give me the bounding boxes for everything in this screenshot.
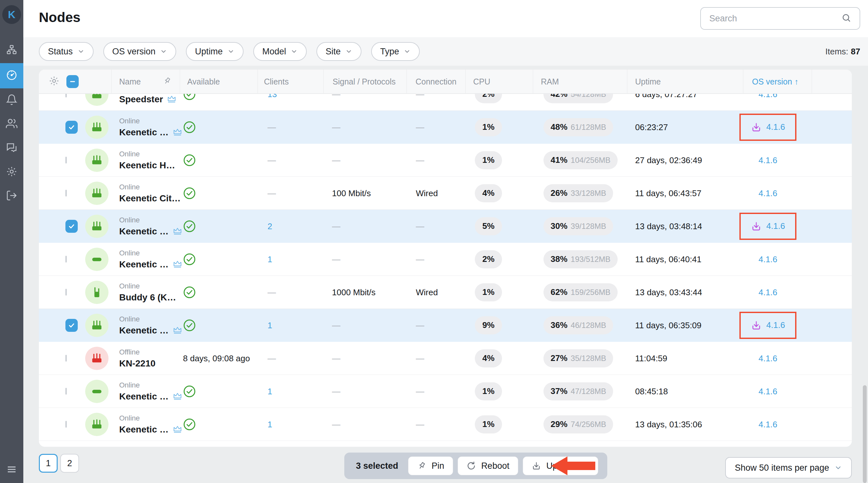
table-row[interactable]: Online Keenetic Cit… — 100 Mbit/s Wired … bbox=[39, 177, 852, 210]
table-row[interactable]: Online Keenetic … — — — 1% 48%61/128MB 0… bbox=[39, 111, 852, 144]
filter-status[interactable]: Status bbox=[39, 42, 94, 61]
table-row[interactable]: Online Keenetic … 1 — — 9% 36%46/128MB 1… bbox=[39, 309, 852, 342]
page-size-select[interactable]: Show 50 items per page bbox=[725, 457, 852, 479]
sidebar-item-settings[interactable] bbox=[0, 160, 23, 185]
node-name: Speedster bbox=[119, 94, 163, 104]
filter-uptime[interactable]: Uptime bbox=[186, 42, 244, 61]
app-logo[interactable]: K bbox=[2, 5, 21, 24]
sidebar-item-users[interactable] bbox=[0, 112, 23, 137]
sidebar-item-dashboard[interactable] bbox=[0, 63, 23, 88]
sidebar-menu-toggle[interactable] bbox=[0, 457, 23, 483]
row-checkbox[interactable] bbox=[65, 157, 67, 163]
cpu-badge: 9% bbox=[475, 316, 502, 334]
os-version-link[interactable]: 4.1.6 bbox=[758, 353, 777, 363]
clients-link[interactable]: 13 bbox=[268, 94, 277, 99]
filter-label: Site bbox=[326, 46, 341, 57]
row-checkbox[interactable] bbox=[65, 220, 78, 233]
available-cell bbox=[183, 121, 196, 134]
filter-os-version[interactable]: OS version bbox=[103, 42, 177, 61]
os-version-link[interactable]: 4.1.6 bbox=[758, 419, 777, 429]
table-row[interactable]: Online Keenetic … 2 — — 5% 30%39/128MB 1… bbox=[39, 210, 852, 243]
os-version-cell: 4.1.6 bbox=[739, 94, 797, 99]
sidebar-item-logout[interactable] bbox=[0, 184, 23, 209]
column-header-clients[interactable]: Clients bbox=[264, 77, 288, 86]
os-version-cell: 4.1.6 bbox=[739, 114, 797, 141]
column-header-uptime[interactable]: Uptime bbox=[635, 77, 661, 86]
node-status: Online bbox=[119, 216, 182, 224]
node-name-cell: Offline KN-2210 bbox=[119, 348, 155, 369]
pin-button[interactable]: Pin bbox=[408, 456, 453, 475]
last-seen-text: 8 days, 09:08 ago bbox=[183, 353, 250, 363]
clients-link[interactable]: 1 bbox=[268, 254, 272, 264]
os-version-link[interactable]: 4.1.6 bbox=[766, 320, 785, 330]
os-version-link[interactable]: 4.1.6 bbox=[766, 221, 785, 231]
pin-column-icon[interactable] bbox=[163, 76, 172, 87]
search-icon[interactable] bbox=[841, 13, 851, 24]
chevron-down-icon bbox=[290, 48, 298, 55]
select-all-checkbox[interactable] bbox=[66, 75, 79, 88]
table-rows: Online Speedster 13 — — 2% 42%54/128MB 6… bbox=[39, 94, 852, 441]
row-checkbox[interactable] bbox=[65, 355, 67, 362]
clients-link[interactable]: 1 bbox=[268, 386, 272, 396]
table-settings-gear-icon[interactable] bbox=[49, 75, 60, 88]
table-row[interactable]: Online Buddy 6 (K… — 1000 Mbit/s Wired 1… bbox=[39, 276, 852, 309]
ram-cell: 42%54/128MB bbox=[544, 94, 613, 103]
row-checkbox[interactable] bbox=[65, 421, 67, 428]
filter-label: Model bbox=[262, 46, 286, 57]
cpu-cell: 2% bbox=[475, 94, 502, 103]
column-header-connection[interactable]: Connection bbox=[415, 77, 456, 86]
reboot-button[interactable]: Reboot bbox=[458, 456, 518, 475]
table-row[interactable]: Online Keenetic H… — — — 1% 41%104/256MB… bbox=[39, 144, 852, 177]
sidebar-item-notifications[interactable] bbox=[0, 88, 23, 113]
clients-link[interactable]: 1 bbox=[268, 320, 272, 330]
row-checkbox[interactable] bbox=[65, 256, 67, 262]
search-input[interactable] bbox=[709, 13, 841, 24]
table-row[interactable]: Offline KN-2210 8 days, 09:08 ago — — — … bbox=[39, 342, 852, 375]
os-version-link[interactable]: 4.1.6 bbox=[766, 122, 785, 132]
page-button-2[interactable]: 2 bbox=[60, 454, 79, 473]
vertical-scrollbar[interactable] bbox=[863, 385, 867, 483]
os-version-link[interactable]: 4.1.6 bbox=[758, 94, 777, 99]
cpu-badge: 1% bbox=[475, 382, 502, 400]
column-header-os-version[interactable]: OS version ↑ bbox=[752, 77, 798, 86]
sidebar-item-messages[interactable] bbox=[0, 136, 23, 161]
os-version-link[interactable]: 4.1.6 bbox=[758, 254, 777, 264]
column-header-cpu[interactable]: CPU bbox=[473, 77, 490, 86]
column-header-name[interactable]: Name bbox=[119, 77, 141, 86]
column-header-ram[interactable]: RAM bbox=[541, 77, 559, 86]
os-version-link[interactable]: 4.1.6 bbox=[758, 155, 777, 165]
node-name: Keenetic … bbox=[119, 127, 169, 137]
column-header-signal[interactable]: Signal / Protocols bbox=[333, 77, 396, 86]
page-button-1[interactable]: 1 bbox=[39, 454, 58, 473]
crown-icon bbox=[173, 425, 182, 434]
clients-link[interactable]: 2 bbox=[268, 221, 272, 231]
clients-link[interactable]: 1 bbox=[268, 419, 272, 429]
os-version-cell: 4.1.6 bbox=[739, 353, 797, 363]
os-version-cell: 4.1.6 bbox=[739, 155, 797, 165]
cpu-badge: 4% bbox=[475, 184, 502, 202]
os-version-link[interactable]: 4.1.6 bbox=[758, 386, 777, 396]
filter-site[interactable]: Site bbox=[316, 42, 362, 61]
available-check-icon bbox=[183, 94, 196, 101]
table-row[interactable]: Online Keenetic … 1 — — 2% 38%193/512MB … bbox=[39, 243, 852, 276]
table-row[interactable]: Online Keenetic … 1 — — 1% 29%74/256MB 1… bbox=[39, 408, 852, 441]
connection-cell: — bbox=[416, 94, 424, 99]
filter-model[interactable]: Model bbox=[253, 42, 307, 61]
filter-buttons: StatusOS versionUptimeModelSiteType bbox=[39, 42, 430, 61]
os-version-link[interactable]: 4.1.6 bbox=[758, 188, 777, 198]
row-checkbox[interactable] bbox=[65, 319, 78, 332]
device-icon-router bbox=[85, 116, 108, 139]
row-checkbox[interactable] bbox=[65, 190, 67, 196]
row-checkbox[interactable] bbox=[65, 121, 78, 134]
os-version-link[interactable]: 4.1.6 bbox=[758, 287, 777, 297]
row-checkbox[interactable] bbox=[65, 94, 67, 97]
table-row[interactable]: Online Keenetic … 1 — — 1% 37%47/128MB 0… bbox=[39, 375, 852, 408]
sidebar-item-topology[interactable] bbox=[0, 38, 23, 63]
clients-cell: 2 bbox=[268, 221, 272, 231]
filter-type[interactable]: Type bbox=[371, 42, 420, 61]
table-row[interactable]: Online Speedster 13 — — 2% 42%54/128MB 6… bbox=[39, 94, 852, 111]
row-checkbox[interactable] bbox=[65, 289, 67, 296]
row-checkbox[interactable] bbox=[65, 388, 67, 395]
cpu-badge: 5% bbox=[475, 217, 502, 235]
column-header-available[interactable]: Available bbox=[187, 77, 220, 86]
